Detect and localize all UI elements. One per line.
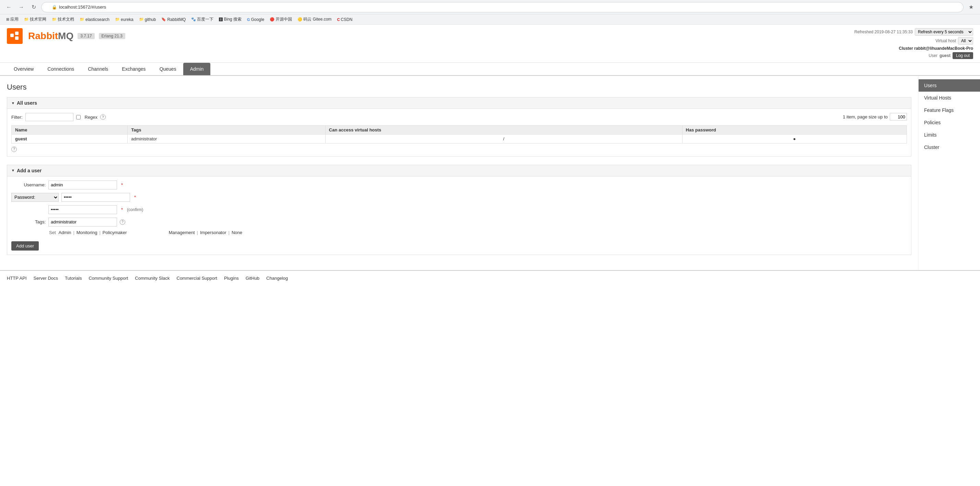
footer-changelog[interactable]: Changelog — [266, 276, 288, 281]
user-label: User — [929, 53, 937, 58]
filter-row: Filter: Regex ? — [11, 113, 106, 121]
col-name: Name — [12, 126, 128, 135]
tag-admin-link[interactable]: Admin — [59, 230, 72, 235]
back-button[interactable]: ← — [4, 2, 14, 12]
footer-http-api[interactable]: HTTP API — [7, 276, 27, 281]
erlang-badge: Erlang 21.3 — [99, 33, 125, 39]
bookmark-gitee-label: 码云 Gitee.com — [303, 16, 331, 22]
user-password-cell: ● — [682, 135, 907, 143]
user-name-cell: guest — [12, 135, 128, 143]
bookmark-google[interactable]: G Google — [245, 16, 266, 23]
logout-button[interactable]: Log out — [953, 52, 973, 59]
filter-label: Filter: — [11, 115, 23, 120]
bookmark-star-button[interactable]: ★ — [966, 2, 976, 12]
bookmark-oschina[interactable]: 🔴 开源中国 — [268, 16, 294, 23]
bookmark-eureka[interactable]: 📁 eureka — [113, 16, 135, 23]
virtual-host-select[interactable]: All / — [958, 37, 973, 45]
tag-policymaker-link[interactable]: Policymaker — [103, 230, 127, 235]
regex-help-badge[interactable]: ? — [100, 114, 106, 120]
bookmark-tech-docs[interactable]: 📁 技术文档 — [50, 16, 76, 23]
sidebar-item-limits[interactable]: Limits — [919, 129, 980, 141]
footer-tutorials[interactable]: Tutorials — [65, 276, 82, 281]
tag-monitoring-link[interactable]: Monitoring — [76, 230, 97, 235]
tag-management-link[interactable]: Management — [169, 230, 195, 235]
tab-channels[interactable]: Channels — [81, 63, 115, 75]
bookmark-baidu[interactable]: 🐾 百度一下 — [189, 16, 215, 23]
footer-github[interactable]: GitHub — [246, 276, 259, 281]
user-name: guest — [940, 53, 950, 58]
folder-icon: 📁 — [24, 17, 29, 22]
add-user-section: ▼ Add a user Username: * Password: Ha — [7, 165, 912, 255]
password-required-star: * — [134, 194, 136, 200]
sidebar-item-policies[interactable]: Policies — [919, 116, 980, 129]
logo-rabbit: Rabbit — [28, 30, 58, 41]
tab-exchanges[interactable]: Exchanges — [115, 63, 152, 75]
user-vhosts-cell: / — [325, 135, 682, 143]
bookmark-apps[interactable]: ⊞ 应用 — [4, 16, 21, 23]
bing-icon: 🅱 — [219, 18, 223, 22]
sidebar-item-feature-flags[interactable]: Feature Flags — [919, 104, 980, 116]
content-area: Users ▼ All users Filter: Regex ? — [0, 76, 918, 270]
app-container: RabbitMQ 3.7.17 Erlang 21.3 Refreshed 20… — [0, 25, 980, 285]
bookmark-oschina-label: 开源中国 — [275, 16, 292, 22]
bookmark-tech-site-label: 技术官网 — [30, 16, 46, 22]
tags-help-badge[interactable]: ? — [120, 219, 125, 225]
table-row: guest administrator / ● — [12, 135, 907, 143]
header-right: Refreshed 2019-08-27 11:35:33 Refresh ev… — [854, 28, 973, 59]
bookmark-csdn[interactable]: C CSDN — [335, 16, 355, 23]
tab-admin[interactable]: Admin — [183, 63, 211, 75]
tags-input[interactable] — [48, 218, 117, 226]
bookmark-rabbitmq-label: RabbitMQ — [167, 17, 186, 22]
tag-impersonator-link[interactable]: Impersonator — [200, 230, 226, 235]
bookmark-rabbitmq[interactable]: 🔖 RabbitMQ — [159, 16, 188, 23]
bookmark-baidu-label: 百度一下 — [197, 16, 213, 22]
regex-label: Regex — [85, 115, 98, 120]
refreshed-text: Refreshed 2019-08-27 11:35:33 — [854, 30, 913, 34]
filter-input[interactable] — [25, 113, 73, 121]
footer-plugins[interactable]: Plugins — [224, 276, 239, 281]
tab-connections[interactable]: Connections — [40, 63, 81, 75]
sidebar-item-users[interactable]: Users — [919, 79, 980, 92]
bookmark-gitee[interactable]: 🟡 码云 Gitee.com — [296, 16, 334, 23]
all-users-header[interactable]: ▼ All users — [7, 97, 911, 109]
bookmark-tech-docs-label: 技术文档 — [58, 16, 74, 22]
bookmark-google-label: Google — [251, 17, 264, 22]
add-user-header[interactable]: ▼ Add a user — [7, 165, 911, 177]
cluster-name: rabbit@lihuandeMacBook-Pro — [914, 46, 973, 51]
apps-icon: ⊞ — [6, 17, 9, 22]
set-label: Set — [49, 230, 56, 235]
page-size-input[interactable] — [890, 113, 907, 121]
refresh-select[interactable]: Refresh every 5 seconds Refresh every 10… — [915, 28, 973, 36]
password-confirm-row: * (confirm) — [11, 205, 907, 214]
regex-checkbox[interactable] — [76, 115, 81, 120]
svg-rect-0 — [10, 33, 14, 37]
bookmark-github[interactable]: 📁 github — [137, 16, 158, 23]
footer-commercial-support[interactable]: Commercial Support — [177, 276, 218, 281]
username-input[interactable] — [48, 180, 117, 190]
tag-none-link[interactable]: None — [232, 230, 242, 235]
table-help-badge[interactable]: ? — [11, 147, 17, 152]
all-users-section: ▼ All users Filter: Regex ? 1 item, — [7, 97, 912, 156]
footer-community-support[interactable]: Community Support — [89, 276, 128, 281]
browser-bar: ← → ↻ 🔒 localhost:15672/#/users ★ — [0, 0, 980, 14]
sidebar: Users Virtual Hosts Feature Flags Polici… — [918, 76, 980, 270]
password-type-select[interactable]: Password: Hashed password: — [11, 193, 59, 202]
bookmark-bing[interactable]: 🅱 Bing 搜索 — [217, 16, 243, 23]
forward-button[interactable]: → — [16, 2, 26, 12]
sidebar-item-cluster[interactable]: Cluster — [919, 141, 980, 153]
user-tags-cell: administrator — [128, 135, 325, 143]
refresh-button[interactable]: ↻ — [29, 2, 38, 12]
add-user-button[interactable]: Add user — [11, 241, 39, 250]
tab-overview[interactable]: Overview — [7, 63, 40, 75]
col-has-password: Has password — [682, 126, 907, 135]
bookmark-tech-site[interactable]: 📁 技术官网 — [22, 16, 48, 23]
google-icon: G — [247, 18, 250, 22]
bookmark-elasticsearch[interactable]: 📁 elasticsearch — [78, 16, 111, 23]
password-input[interactable] — [61, 193, 130, 202]
user-guest-link[interactable]: guest — [15, 136, 27, 142]
tab-queues[interactable]: Queues — [153, 63, 183, 75]
footer-server-docs[interactable]: Server Docs — [33, 276, 58, 281]
footer-community-slack[interactable]: Community Slack — [135, 276, 170, 281]
password-confirm-input[interactable] — [48, 205, 117, 214]
sidebar-item-virtual-hosts[interactable]: Virtual Hosts — [919, 92, 980, 104]
